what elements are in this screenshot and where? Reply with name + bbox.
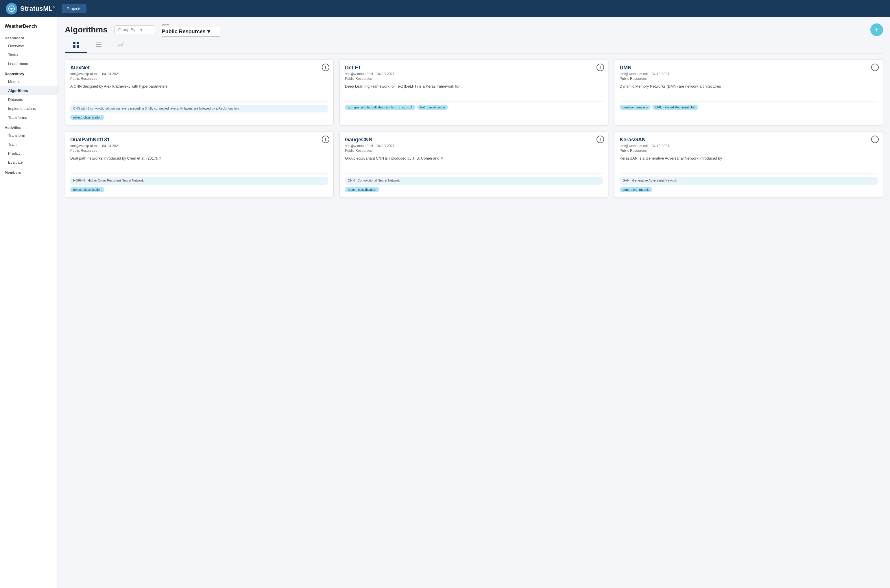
- card-title-alexnet: AlexNet: [70, 65, 328, 71]
- view-dropdown[interactable]: Public Resources ▾: [162, 27, 220, 36]
- card-desc-delft: Deep Learning Framework for Text (DeLFT)…: [345, 84, 603, 98]
- card-resource-kerasgan: Public Resources: [620, 148, 878, 153]
- card-note-dualpathnet: HORNN - Higher Order Recurrent Neural Ne…: [70, 177, 328, 184]
- sidebar-item-leaderboard[interactable]: Leaderboard: [0, 59, 57, 68]
- sidebar-item-tasks[interactable]: Tasks: [0, 50, 57, 59]
- card-meta-dualpathnet: sml@wxmlp.af.mil 04-13-2021: [70, 144, 328, 148]
- card-desc-gaugecnn: Group equivariant CNN is introduced by T…: [345, 156, 603, 170]
- card-tags-kerasgan: generative_models: [620, 187, 878, 192]
- sidebar-item-algorithms[interactable]: Algorithms: [0, 86, 57, 95]
- tag-dmn-2[interactable]: GRU - Gated Recurrent Unit: [652, 105, 698, 110]
- tab-list[interactable]: [87, 39, 110, 53]
- card-gaugecnn: ! GaugeCNN sml@wxmlp.af.mil 04-13-2021 P…: [339, 131, 608, 198]
- sidebar-item-transform[interactable]: Transform: [0, 131, 57, 140]
- content-header: Algorithms Group By... ▾ View... Public …: [65, 23, 883, 36]
- sidebar-section-activities: Activities: [0, 122, 57, 131]
- tag-kerasgan-1[interactable]: generative_models: [620, 187, 652, 192]
- card-dualpathnet: ! DualPathNet131 sml@wxmlp.af.mil 04-13-…: [65, 131, 334, 198]
- top-nav: StratusML™ Projects: [0, 0, 890, 17]
- card-info-icon-delft[interactable]: !: [596, 64, 604, 71]
- projects-button[interactable]: Projects: [62, 4, 87, 13]
- svg-rect-4: [73, 45, 75, 48]
- card-title-gaugecnn: GaugeCNN: [345, 137, 603, 143]
- sidebar-section-repository: Repository: [0, 68, 57, 77]
- sidebar-item-models[interactable]: Models: [0, 77, 57, 86]
- card-title-delft: DeLFT: [345, 65, 603, 71]
- card-desc-dmn: Dynamic Memory Networks (DMN) are networ…: [620, 84, 878, 98]
- logo-text: StratusML™: [20, 5, 56, 12]
- svg-rect-6: [96, 42, 102, 44]
- card-info-icon-alexnet[interactable]: !: [322, 64, 329, 71]
- view-chevron-icon: ▾: [207, 28, 210, 35]
- tag-delft-1[interactable]: gru, gru_simple, bidLstm, cnn, lstm_cnn,…: [345, 105, 416, 110]
- tab-chart[interactable]: [110, 39, 132, 53]
- sidebar-section-dashboard: Dashboard: [0, 32, 57, 41]
- cards-grid: ! AlexNet sml@wxmlp.af.mil 04-13-2021 Pu…: [65, 59, 883, 198]
- card-meta-dmn: sml@wxmlp.af.mil 04-13-2021: [620, 72, 878, 76]
- card-resource-dualpathnet: Public Resources: [70, 148, 328, 153]
- sidebar-item-evaluate[interactable]: Evaluate: [0, 158, 57, 167]
- card-title-kerasgan: KerasGAN: [620, 137, 878, 143]
- page-title: Algorithms: [65, 25, 108, 34]
- view-tabs: [65, 39, 883, 54]
- tag-dmn-1[interactable]: question_analysis: [620, 105, 651, 110]
- card-note-gaugecnn: CNN - Convolutional Neural Network: [345, 177, 603, 184]
- view-dropdown-wrapper: View... Public Resources ▾: [162, 23, 220, 36]
- card-resource-dmn: Public Resources: [620, 76, 878, 81]
- svg-point-1: [11, 8, 12, 9]
- group-by-label: Group By...: [118, 27, 138, 32]
- card-resource-gaugecnn: Public Resources: [345, 148, 603, 153]
- sidebar-item-train[interactable]: Train: [0, 140, 57, 149]
- content-area: Algorithms Group By... ▾ View... Public …: [58, 17, 890, 588]
- logo-icon: [6, 3, 17, 15]
- svg-rect-8: [96, 46, 102, 47]
- card-delft: ! DeLFT sml@wxmlp.af.mil 04-13-2021 Publ…: [339, 59, 608, 126]
- card-desc-kerasgan: KerasGAN is a Generative Adversarial Net…: [620, 156, 878, 170]
- sidebar-item-transforms[interactable]: Transforms: [0, 113, 57, 122]
- group-by-chevron: ▾: [140, 27, 142, 32]
- card-tags-gaugecnn: object_classification: [345, 187, 603, 192]
- sidebar-section-members: Members: [0, 167, 57, 176]
- card-alexnet: ! AlexNet sml@wxmlp.af.mil 04-13-2021 Pu…: [65, 59, 334, 126]
- card-tags-dmn: question_analysis GRU - Gated Recurrent …: [620, 105, 878, 110]
- svg-rect-2: [73, 42, 75, 44]
- card-resource-delft: Public Resources: [345, 76, 603, 81]
- add-button[interactable]: +: [870, 23, 883, 36]
- card-meta-gaugecnn: sml@wxmlp.af.mil 04-13-2021: [345, 144, 603, 148]
- sidebar-item-datasets[interactable]: Datasets: [0, 95, 57, 104]
- card-title-dualpathnet: DualPathNet131: [70, 137, 328, 143]
- svg-rect-5: [77, 45, 79, 48]
- card-dmn: ! DMN sml@wxmlp.af.mil 04-13-2021 Public…: [614, 59, 883, 126]
- tag-delft-2[interactable]: text_classification: [417, 105, 448, 110]
- tag-dualpathnet-1[interactable]: object_classification: [70, 187, 104, 192]
- group-by-dropdown[interactable]: Group By... ▾: [114, 26, 155, 34]
- card-info-icon-dualpathnet[interactable]: !: [322, 136, 329, 143]
- card-meta-kerasgan: sml@wxmlp.af.mil 04-13-2021: [620, 144, 878, 148]
- sidebar-item-predict[interactable]: Predict: [0, 149, 57, 158]
- sidebar-item-overview[interactable]: Overview: [0, 41, 57, 50]
- card-desc-dualpathnet: Dual path networks introduced by Chen et…: [70, 156, 328, 170]
- card-tags-alexnet: object_classification: [70, 115, 328, 120]
- card-desc-alexnet: A CNN designed by Alex Krizhevsky with h…: [70, 84, 328, 98]
- card-info-icon-dmn[interactable]: !: [871, 64, 879, 71]
- project-title: WeatherBench: [0, 20, 57, 32]
- sidebar: WeatherBench Dashboard Overview Tasks Le…: [0, 17, 58, 588]
- card-meta-alexnet: sml@wxmlp.af.mil 04-13-2021: [70, 72, 328, 76]
- main-layout: WeatherBench Dashboard Overview Tasks Le…: [0, 17, 890, 588]
- card-title-dmn: DMN: [620, 65, 878, 71]
- view-selected-text: Public Resources: [162, 28, 206, 35]
- tab-grid[interactable]: [65, 39, 87, 53]
- card-tags-delft: gru, gru_simple, bidLstm, cnn, lstm_cnn,…: [345, 105, 603, 110]
- card-info-icon-kerasgan[interactable]: !: [871, 136, 879, 143]
- sidebar-item-implementations[interactable]: Implementations: [0, 104, 57, 113]
- card-meta-delft: sml@wxmlp.af.mil 04-13-2021: [345, 72, 603, 76]
- tag-alexnet-1[interactable]: object_classification: [70, 115, 104, 120]
- card-tags-dualpathnet: object_classification: [70, 187, 328, 192]
- svg-rect-7: [96, 44, 102, 45]
- logo-area: StratusML™: [6, 3, 56, 15]
- tag-gaugecnn-1[interactable]: object_classification: [345, 187, 379, 192]
- card-resource-alexnet: Public Resources: [70, 76, 328, 81]
- card-note-kerasgan: GAN - Generative Adversarial Network: [620, 177, 878, 184]
- card-info-icon-gaugecnn[interactable]: !: [596, 136, 604, 143]
- view-label: View...: [162, 23, 220, 27]
